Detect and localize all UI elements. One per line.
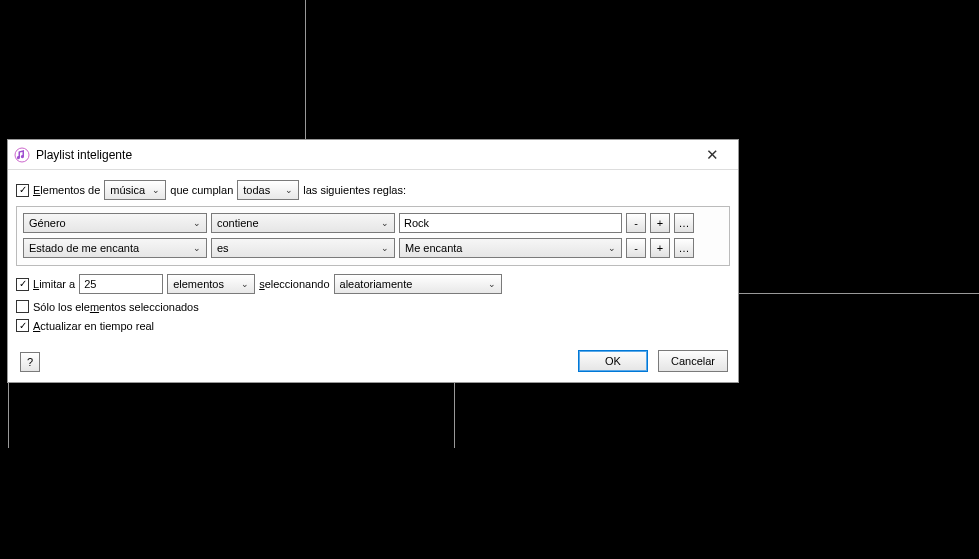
trailing-label: las siguientes reglas: — [303, 184, 406, 196]
rule-value-text: Me encanta — [405, 242, 462, 254]
condition-value: todas — [243, 184, 270, 196]
rule-add-button[interactable]: + — [650, 213, 670, 233]
rule-row: Estado de me encanta ⌄ es ⌄ Me encanta ⌄… — [23, 238, 723, 258]
rule-remove-button[interactable]: - — [626, 213, 646, 233]
titlebar: Playlist inteligente ✕ — [8, 140, 738, 170]
condition-select[interactable]: todas ⌄ — [237, 180, 299, 200]
close-button[interactable]: ✕ — [692, 146, 732, 164]
only-selected-checkbox[interactable] — [16, 300, 29, 313]
rule-value-input[interactable]: Rock — [399, 213, 622, 233]
rule-remove-button[interactable]: - — [626, 238, 646, 258]
rule-value-select[interactable]: Me encanta ⌄ — [399, 238, 622, 258]
rule-operator-select[interactable]: contiene ⌄ — [211, 213, 395, 233]
callout-line-left-bottom — [8, 382, 9, 448]
limit-label: Limitar a — [33, 278, 75, 290]
chevron-down-icon: ⌄ — [485, 279, 499, 289]
match-row: Elementos de música ⌄ que cumplan todas … — [16, 180, 730, 200]
rule-operator-select[interactable]: es ⌄ — [211, 238, 395, 258]
rules-panel: Género ⌄ contiene ⌄ Rock - + … Estado de… — [16, 206, 730, 266]
chevron-down-icon: ⌄ — [605, 243, 619, 253]
itunes-icon — [14, 147, 30, 163]
rule-field-value: Estado de me encanta — [29, 242, 139, 254]
limit-unit-select[interactable]: elementos ⌄ — [167, 274, 255, 294]
rule-more-button[interactable]: … — [674, 213, 694, 233]
dialog-footer: OK Cancelar — [8, 344, 738, 382]
chevron-down-icon: ⌄ — [378, 243, 392, 253]
chevron-down-icon: ⌄ — [238, 279, 252, 289]
cancel-button[interactable]: Cancelar — [658, 350, 728, 372]
match-label: Elementos de — [33, 184, 100, 196]
limit-row: Limitar a 25 elementos ⌄ seleccionando a… — [16, 274, 730, 294]
rule-field-value: Género — [29, 217, 66, 229]
only-selected-row: Sólo los elementos seleccionados — [16, 300, 730, 313]
media-type-select[interactable]: música ⌄ — [104, 180, 166, 200]
chevron-down-icon: ⌄ — [149, 185, 163, 195]
svg-point-0 — [15, 148, 29, 162]
limit-method-value: aleatoriamente — [340, 278, 413, 290]
help-button[interactable]: ? — [20, 352, 40, 372]
rule-field-select[interactable]: Estado de me encanta ⌄ — [23, 238, 207, 258]
limit-unit-value: elementos — [173, 278, 224, 290]
dialog-content: Elementos de música ⌄ que cumplan todas … — [8, 170, 738, 344]
rule-operator-value: es — [217, 242, 229, 254]
live-update-checkbox[interactable] — [16, 319, 29, 332]
selecting-label: seleccionando — [259, 278, 329, 290]
chevron-down-icon: ⌄ — [190, 218, 204, 228]
limit-method-select[interactable]: aleatoriamente ⌄ — [334, 274, 502, 294]
rule-operator-value: contiene — [217, 217, 259, 229]
match-checkbox[interactable] — [16, 184, 29, 197]
ok-button[interactable]: OK — [578, 350, 648, 372]
que-cumplan-label: que cumplan — [170, 184, 233, 196]
limit-count-value: 25 — [84, 278, 96, 290]
chevron-down-icon: ⌄ — [282, 185, 296, 195]
limit-checkbox[interactable] — [16, 278, 29, 291]
media-type-value: música — [110, 184, 145, 196]
rule-more-button[interactable]: … — [674, 238, 694, 258]
only-selected-label: Sólo los elementos seleccionados — [33, 301, 199, 313]
chevron-down-icon: ⌄ — [190, 243, 204, 253]
dialog-title: Playlist inteligente — [36, 148, 692, 162]
rule-field-select[interactable]: Género ⌄ — [23, 213, 207, 233]
live-update-row: Actualizar en tiempo real — [16, 319, 730, 332]
rule-add-button[interactable]: + — [650, 238, 670, 258]
limit-count-input[interactable]: 25 — [79, 274, 163, 294]
smart-playlist-dialog: Playlist inteligente ✕ Elementos de músi… — [7, 139, 739, 383]
rule-value-text: Rock — [404, 217, 429, 229]
chevron-down-icon: ⌄ — [378, 218, 392, 228]
live-update-label: Actualizar en tiempo real — [33, 320, 154, 332]
rule-row: Género ⌄ contiene ⌄ Rock - + … — [23, 213, 723, 233]
